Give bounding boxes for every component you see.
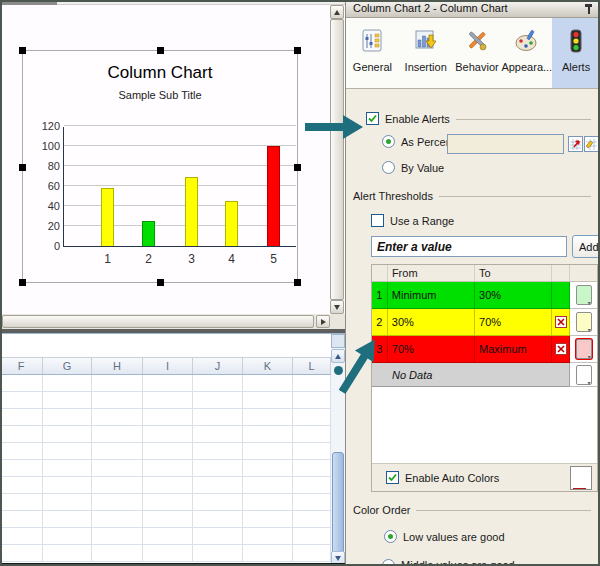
edit-cell-icon[interactable]: [584, 136, 599, 152]
sheet-cell[interactable]: [293, 426, 331, 443]
sheet-cell[interactable]: [92, 375, 143, 392]
sheet-cell[interactable]: [0, 545, 43, 562]
sheet-cell[interactable]: [193, 528, 243, 545]
column-header[interactable]: H: [92, 358, 143, 374]
sheet-cell[interactable]: [243, 528, 293, 545]
sheet-cell[interactable]: [0, 460, 43, 477]
sheet-cell[interactable]: [193, 477, 243, 494]
sheet-cell[interactable]: [243, 392, 293, 409]
sheet-cell[interactable]: [143, 545, 193, 562]
sheet-cell[interactable]: [43, 528, 92, 545]
color-swatch[interactable]: ▾: [576, 339, 592, 359]
sheet-cell[interactable]: [92, 494, 143, 511]
sheet-cell[interactable]: [43, 460, 92, 477]
sheet-cell[interactable]: [43, 375, 92, 392]
sheet-cell[interactable]: [92, 477, 143, 494]
sheet-cell[interactable]: [143, 409, 193, 426]
scroll-down-button[interactable]: [330, 300, 344, 314]
sheet-cell[interactable]: [92, 511, 143, 528]
delete-threshold-icon[interactable]: [555, 343, 567, 355]
sheet-cell[interactable]: [143, 528, 193, 545]
tab-behavior[interactable]: Behavior: [453, 18, 502, 88]
low-values-radio[interactable]: [384, 530, 397, 543]
sheet-cell[interactable]: [193, 409, 243, 426]
pin-icon[interactable]: [584, 4, 593, 14]
sheet-cell[interactable]: [43, 545, 92, 562]
middle-values-radio[interactable]: [382, 559, 395, 566]
sheet-cell[interactable]: [143, 392, 193, 409]
sheet-cell[interactable]: [92, 443, 143, 460]
sheet-cell[interactable]: [193, 511, 243, 528]
sheet-cell[interactable]: [143, 494, 193, 511]
tab-appearance[interactable]: Appeara...: [501, 18, 552, 88]
sheet-cell[interactable]: [92, 460, 143, 477]
sheet-cell[interactable]: [92, 409, 143, 426]
use-range-checkbox[interactable]: [371, 214, 384, 227]
sheet-cell[interactable]: [293, 409, 331, 426]
sheet-cell[interactable]: [0, 528, 43, 545]
sheet-cell[interactable]: [43, 511, 92, 528]
sheet-cell[interactable]: [0, 511, 43, 528]
sheet-cell[interactable]: [143, 460, 193, 477]
sheet-cell[interactable]: [43, 392, 92, 409]
color-swatch[interactable]: ▾: [576, 312, 592, 332]
scroll-up-button[interactable]: [331, 349, 345, 363]
percent-radio[interactable]: [382, 135, 395, 148]
sheet-cell[interactable]: [193, 392, 243, 409]
sheet-cell[interactable]: [43, 409, 92, 426]
sheet-cell[interactable]: [293, 477, 331, 494]
sheet-cell[interactable]: [43, 494, 92, 511]
sheet-cell[interactable]: [0, 494, 43, 511]
tab-general[interactable]: General: [346, 18, 399, 88]
split-box[interactable]: [331, 334, 345, 348]
scroll-thumb[interactable]: [332, 452, 344, 556]
auto-colors-icon[interactable]: [570, 466, 592, 490]
add-threshold-button[interactable]: Add: [572, 235, 600, 258]
scroll-thumb[interactable]: [330, 19, 344, 300]
enable-alerts-checkbox[interactable]: [366, 112, 379, 125]
resize-handle[interactable]: [294, 47, 301, 54]
sheet-cell[interactable]: [0, 375, 43, 392]
canvas-vscrollbar[interactable]: [330, 5, 344, 314]
sheet-cell[interactable]: [92, 545, 143, 562]
canvas-hscrollbar[interactable]: [0, 314, 345, 329]
resize-handle[interactable]: [294, 279, 301, 286]
sheet-cell[interactable]: [0, 426, 43, 443]
threshold-value-input[interactable]: [371, 236, 567, 257]
sheet-cell[interactable]: [43, 477, 92, 494]
color-swatch[interactable]: ▾: [576, 285, 592, 305]
resize-handle[interactable]: [19, 47, 26, 54]
sheet-cell[interactable]: [243, 494, 293, 511]
sheet-cell[interactable]: [0, 443, 43, 460]
resize-handle[interactable]: [294, 164, 301, 171]
sheet-cell[interactable]: [143, 511, 193, 528]
no-data-row[interactable]: No Data ▾: [372, 363, 597, 387]
by-value-radio[interactable]: [382, 161, 395, 174]
sheet-cell[interactable]: [293, 528, 331, 545]
percent-target-input[interactable]: [447, 134, 564, 154]
sheet-cell[interactable]: [143, 375, 193, 392]
sheet-cell[interactable]: [243, 511, 293, 528]
column-header[interactable]: I: [143, 358, 193, 374]
cell-selector-icon[interactable]: [568, 136, 583, 152]
sheet-cell[interactable]: [243, 545, 293, 562]
sheet-cell[interactable]: [143, 426, 193, 443]
sheet-cell[interactable]: [243, 375, 293, 392]
sheet-cell[interactable]: [43, 426, 92, 443]
column-header[interactable]: L: [293, 358, 331, 374]
sheet-cell[interactable]: [193, 375, 243, 392]
resize-handle[interactable]: [19, 164, 26, 171]
column-header[interactable]: K: [243, 358, 293, 374]
threshold-row[interactable]: 3 70% Maximum ▾: [372, 336, 597, 363]
column-header[interactable]: G: [43, 358, 92, 374]
sheet-cell[interactable]: [243, 443, 293, 460]
sheet-cell[interactable]: [243, 477, 293, 494]
sheet-cell[interactable]: [293, 494, 331, 511]
sheet-cell[interactable]: [193, 545, 243, 562]
sheet-cell[interactable]: [0, 409, 43, 426]
sheet-cell[interactable]: [92, 426, 143, 443]
sheet-cell[interactable]: [92, 528, 143, 545]
sheet-cell[interactable]: [193, 494, 243, 511]
sheet-cell[interactable]: [293, 443, 331, 460]
sheet-cell[interactable]: [293, 375, 331, 392]
